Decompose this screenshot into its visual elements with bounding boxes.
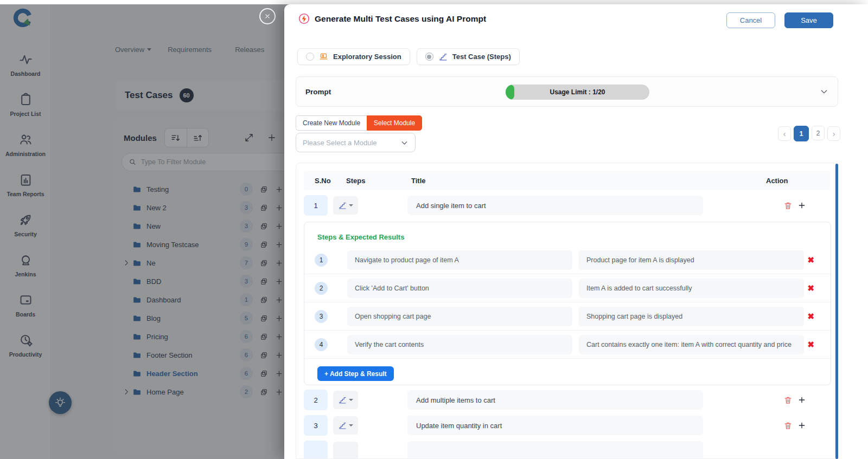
usage-limit-text: Usage Limit : 1/20 bbox=[506, 85, 649, 100]
row-number: 1 bbox=[304, 195, 328, 216]
generate-testcases-modal: Generate Multi Test Cases using AI Promp… bbox=[284, 4, 868, 459]
add-row-icon[interactable] bbox=[797, 201, 806, 210]
delete-step-icon[interactable]: ✖ bbox=[807, 312, 814, 320]
cancel-button[interactable]: Cancel bbox=[726, 12, 775, 28]
step-description-input[interactable]: Open shopping cart page bbox=[347, 307, 572, 326]
generation-type-option[interactable]: Exploratory Session bbox=[297, 48, 410, 65]
option-label: Test Case (Steps) bbox=[452, 53, 511, 61]
testcase-title-input[interactable]: Add single item to cart bbox=[407, 196, 703, 215]
steps-icon bbox=[338, 421, 347, 430]
column-title: Title bbox=[411, 177, 766, 185]
table-row: 2 Add multiple items to cart bbox=[296, 389, 838, 411]
delete-step-icon[interactable]: ✖ bbox=[807, 256, 814, 264]
add-row-icon[interactable] bbox=[797, 396, 806, 404]
step-number-badge: 1 bbox=[315, 254, 328, 267]
delete-row-icon[interactable] bbox=[783, 396, 793, 405]
testcase-title-input[interactable]: Update item quantity in cart bbox=[407, 416, 703, 435]
chevron-down-icon bbox=[400, 139, 409, 147]
caret-down-icon bbox=[349, 424, 353, 426]
step-row: 4 Verify the cart contents Cart contains… bbox=[304, 331, 831, 359]
close-modal-button[interactable] bbox=[259, 8, 276, 24]
testcase-table: S.No Steps Title Action 1 Add single ite… bbox=[296, 163, 838, 459]
testcase-title-input[interactable] bbox=[407, 441, 703, 459]
step-number-badge: 2 bbox=[315, 282, 328, 295]
steps-expected-results-card: Steps & Expected Results 1 Navigate to p… bbox=[304, 222, 831, 385]
ai-bolt-icon bbox=[298, 13, 310, 24]
generation-type-option[interactable]: Test Case (Steps) bbox=[417, 48, 520, 65]
close-icon bbox=[264, 12, 271, 20]
step-row: 3 Open shopping cart page Shopping cart … bbox=[304, 302, 831, 331]
pagination-page-button[interactable]: 1 bbox=[794, 126, 809, 141]
column-action: Action bbox=[766, 177, 800, 185]
steps-dropdown-button[interactable] bbox=[333, 391, 358, 409]
expected-result-input[interactable]: Cart contains exactly one item: item A w… bbox=[579, 335, 804, 354]
steps-results-heading: Steps & Expected Results bbox=[317, 233, 404, 241]
radio-icon[interactable] bbox=[425, 53, 433, 61]
step-row: 1 Navigate to product page of item A Pro… bbox=[304, 246, 831, 274]
add-row-icon[interactable] bbox=[797, 421, 806, 430]
expected-result-input[interactable]: Shopping cart page is displayed bbox=[579, 307, 804, 326]
table-header: S.No Steps Title Action bbox=[304, 171, 830, 190]
row-number: 3 bbox=[304, 415, 328, 436]
modal-title: Generate Multi Test Cases using AI Promp… bbox=[315, 14, 486, 24]
steps-dropdown-button[interactable] bbox=[333, 442, 358, 459]
module-select-dropdown[interactable]: Please Select a Module bbox=[296, 133, 416, 152]
caret-down-icon bbox=[349, 204, 353, 206]
row-number bbox=[304, 441, 328, 459]
step-number-badge: 3 bbox=[315, 310, 328, 323]
table-scrollbar[interactable] bbox=[835, 164, 838, 459]
generation-type-options: Exploratory Session Test Case (Steps) bbox=[297, 48, 520, 65]
column-steps: Steps bbox=[346, 177, 411, 185]
steps-dropdown-button[interactable] bbox=[333, 196, 358, 215]
step-list: 1 Navigate to product page of item A Pro… bbox=[304, 246, 831, 359]
expected-result-input[interactable]: Product page for item A is displayed bbox=[579, 250, 804, 270]
column-sno: S.No bbox=[315, 177, 346, 185]
step-description-input[interactable]: Verify the cart contents bbox=[347, 335, 572, 354]
delete-step-icon[interactable]: ✖ bbox=[807, 340, 814, 348]
step-row: 2 Click 'Add to Cart' button Item A is a… bbox=[304, 274, 831, 302]
step-description-input[interactable]: Click 'Add to Cart' button bbox=[347, 279, 572, 298]
table-row: 3 Update item quantity in cart bbox=[296, 415, 838, 436]
module-mode-tabs: Create New Module Select Module bbox=[296, 115, 422, 131]
row-number: 2 bbox=[304, 390, 328, 410]
testcase-title-input[interactable]: Add multiple items to cart bbox=[407, 390, 703, 410]
prompt-accordion[interactable]: Prompt Usage Limit : 1/20 bbox=[296, 76, 838, 107]
delete-row-icon[interactable] bbox=[783, 201, 793, 210]
option-label: Exploratory Session bbox=[333, 53, 401, 61]
pagination-page-button[interactable]: 2 bbox=[812, 126, 825, 140]
option-type-icon bbox=[319, 52, 328, 61]
chevron-down-icon[interactable] bbox=[820, 87, 828, 96]
option-type-icon bbox=[438, 52, 448, 61]
steps-dropdown-button[interactable] bbox=[333, 416, 358, 435]
expected-result-input[interactable]: Item A is added to cart successfully bbox=[579, 279, 804, 298]
prompt-label: Prompt bbox=[305, 88, 331, 96]
delete-row-icon[interactable] bbox=[783, 421, 793, 430]
save-button[interactable]: Save bbox=[784, 12, 833, 28]
caret-down-icon bbox=[349, 399, 353, 401]
delete-step-icon[interactable]: ✖ bbox=[807, 284, 814, 292]
pagination-prev-button[interactable]: ‹ bbox=[778, 126, 791, 141]
module-select-placeholder: Please Select a Module bbox=[303, 139, 377, 147]
steps-icon bbox=[338, 201, 347, 210]
create-new-module-tab[interactable]: Create New Module bbox=[296, 115, 367, 131]
step-description-input[interactable]: Navigate to product page of item A bbox=[347, 250, 572, 270]
steps-icon bbox=[338, 396, 347, 404]
table-row: 1 Add single item to cart bbox=[296, 195, 838, 216]
pagination-next-button[interactable]: › bbox=[827, 126, 840, 141]
step-number-badge: 4 bbox=[315, 338, 328, 351]
pagination: ‹ 1 2 › bbox=[778, 126, 840, 141]
add-step-result-button[interactable]: + Add Step & Result bbox=[317, 366, 394, 381]
table-row-partial bbox=[296, 440, 838, 459]
usage-limit-bar: Usage Limit : 1/20 bbox=[506, 85, 649, 100]
radio-icon[interactable] bbox=[306, 53, 314, 61]
select-module-tab[interactable]: Select Module bbox=[367, 115, 422, 131]
